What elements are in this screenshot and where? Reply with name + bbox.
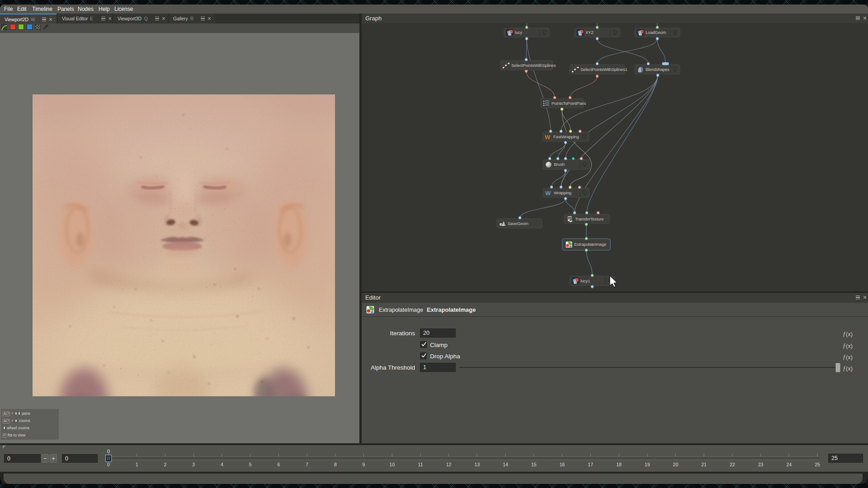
svg-text:W: W <box>545 190 551 197</box>
svg-text:12: 12 <box>446 462 452 467</box>
svg-text:20: 20 <box>673 462 679 467</box>
svg-text:16: 16 <box>560 462 565 467</box>
svg-text:SelectPointsWithSplines: SelectPointsWithSplines <box>511 63 556 68</box>
svg-text:1: 1 <box>136 462 138 467</box>
svg-text:14: 14 <box>503 462 508 467</box>
svg-text:Blendshapes: Blendshapes <box>646 67 670 72</box>
svg-text:19: 19 <box>645 462 650 467</box>
svg-text:25: 25 <box>815 462 820 467</box>
svg-text:24: 24 <box>786 462 792 467</box>
svg-text:6: 6 <box>277 462 280 467</box>
svg-text:PointsToPointPairs: PointsToPointPairs <box>552 101 586 106</box>
svg-text:2: 2 <box>164 462 166 467</box>
svg-text:13: 13 <box>475 462 480 467</box>
svg-text:8: 8 <box>334 462 337 467</box>
svg-text:0: 0 <box>107 462 110 467</box>
svg-text:5: 5 <box>249 462 252 467</box>
svg-text:Wrapping: Wrapping <box>554 191 571 195</box>
svg-text:11: 11 <box>418 462 423 467</box>
svg-text:lucy1: lucy1 <box>580 279 590 283</box>
svg-text:FastWrapping: FastWrapping <box>553 135 579 139</box>
svg-text:TransferTexture: TransferTexture <box>575 217 604 221</box>
svg-text:lucy: lucy <box>515 30 523 35</box>
svg-text:17: 17 <box>588 462 593 467</box>
svg-text:0: 0 <box>107 449 110 454</box>
svg-text:15: 15 <box>531 462 537 467</box>
svg-text:XYZ: XYZ <box>585 30 594 35</box>
svg-text:10: 10 <box>389 462 395 467</box>
svg-text:Brush: Brush <box>554 162 565 167</box>
svg-text:22: 22 <box>730 462 735 467</box>
svg-text:9: 9 <box>363 462 365 467</box>
svg-text:23: 23 <box>758 462 764 467</box>
svg-text:7: 7 <box>306 462 308 467</box>
svg-text:W: W <box>545 134 551 141</box>
svg-text:21: 21 <box>701 462 707 467</box>
svg-text:18: 18 <box>616 462 622 467</box>
svg-text:3: 3 <box>192 462 195 467</box>
svg-text:ExtrapolateImage: ExtrapolateImage <box>574 242 606 247</box>
svg-text:LoadGeom: LoadGeom <box>646 30 666 35</box>
svg-text:SelectPointsWithSplines1: SelectPointsWithSplines1 <box>580 67 627 72</box>
svg-text:4: 4 <box>221 462 223 467</box>
svg-text:SaveGeom: SaveGeom <box>508 221 528 226</box>
